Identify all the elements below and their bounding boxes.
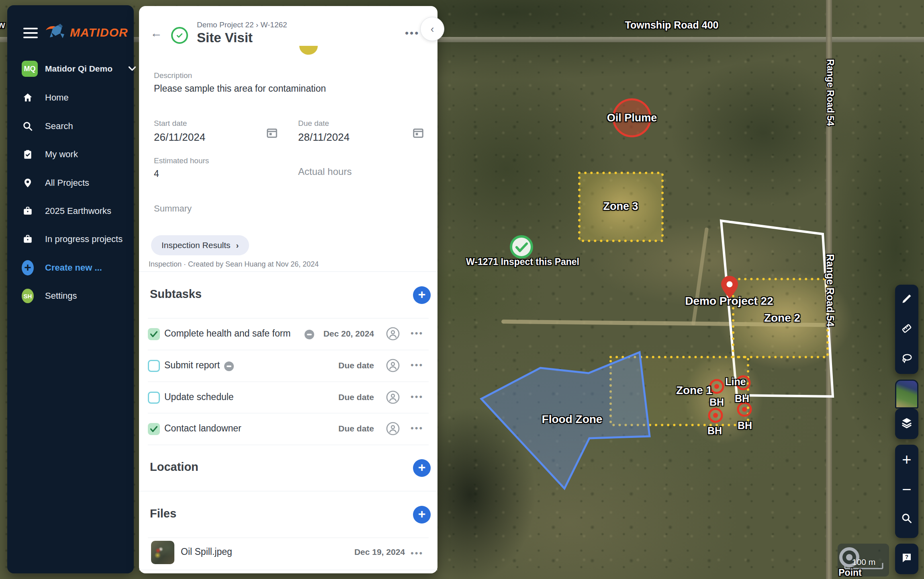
range-road-label: Range Road 54 — [824, 254, 836, 327]
chevron-right-icon: › — [236, 241, 239, 250]
file-more-button[interactable]: ••• — [411, 548, 423, 558]
actual-hours-label[interactable]: Actual hours — [298, 166, 352, 177]
logo-text: MATIDOR — [70, 26, 128, 39]
subtask-label: Update schedule — [164, 392, 234, 402]
layers-button[interactable] — [895, 409, 918, 438]
bh-label: BH — [738, 420, 752, 431]
subtask-more-button[interactable]: ••• — [411, 392, 423, 402]
plus-icon: + — [902, 451, 911, 469]
workspace-switcher[interactable]: MQ Matidor Qi Demo — [22, 61, 122, 77]
task-status-check-icon[interactable] — [171, 27, 188, 44]
files-heading: Files — [150, 507, 176, 520]
subtask-checkbox-checked[interactable] — [148, 423, 160, 435]
subtask-more-button[interactable]: ••• — [411, 423, 423, 433]
subtask-more-button[interactable]: ••• — [411, 360, 423, 370]
assignee-icon[interactable] — [386, 390, 400, 406]
zoom-out-button[interactable]: − — [895, 474, 918, 504]
zone2-label: Zone 2 — [764, 312, 800, 324]
sidebar-item-2025-earthworks[interactable]: 2025 Earthworks — [22, 202, 126, 220]
lasso-select-button[interactable] — [895, 344, 918, 374]
subtask-row[interactable]: Submit report Due date ••• — [139, 350, 437, 382]
sidebar-item-create-new[interactable]: + Create new ... — [22, 259, 126, 277]
add-location-button[interactable]: + — [413, 459, 431, 477]
bh-label: BH — [709, 396, 724, 408]
map-pin-icon — [22, 178, 34, 188]
sidebar-item-search[interactable]: Search — [22, 117, 126, 135]
due-date-value[interactable]: 28/11/2024 — [298, 131, 350, 144]
subtask-date[interactable]: Due date — [302, 424, 374, 433]
back-button[interactable]: ← — [150, 26, 162, 40]
subtask-label: Complete health and safe form — [164, 328, 291, 339]
map-search-button[interactable] — [895, 504, 918, 534]
description-value[interactable]: Please sample this area for contaminatio… — [154, 83, 326, 94]
sidebar-item-settings[interactable]: SH Settings — [22, 287, 126, 305]
calendar-icon[interactable] — [412, 127, 424, 140]
minus-icon: − — [902, 480, 911, 499]
draw-pencil-button[interactable] — [895, 285, 918, 314]
breadcrumb[interactable]: Demo Project 22 › W-1262 — [197, 21, 287, 29]
start-date-value[interactable]: 26/11/2024 — [154, 131, 205, 144]
search-icon — [22, 121, 34, 131]
zoom-in-button[interactable]: + — [895, 445, 918, 474]
sidebar-item-home[interactable]: Home — [22, 89, 126, 107]
add-subtask-button[interactable]: + — [413, 286, 431, 304]
estimated-hours-value[interactable]: 4 — [154, 168, 159, 179]
subtask-more-button[interactable]: ••• — [411, 328, 423, 339]
menu-button[interactable] — [23, 28, 38, 39]
lasso-icon — [901, 352, 913, 366]
bh-label: BH — [707, 425, 722, 437]
pencil-icon — [901, 293, 912, 306]
zone3-label: Zone 3 — [603, 200, 638, 213]
subtask-row[interactable]: Complete health and safe form Dec 20, 20… — [139, 318, 437, 350]
scale-label: 100 m — [852, 557, 875, 567]
sidebar-item-all-projects[interactable]: All Projects — [22, 174, 126, 192]
map-label-fragment: w — [0, 19, 5, 31]
page-title: Site Visit — [197, 30, 253, 45]
subtask-checkbox-unchecked[interactable] — [148, 392, 160, 404]
subtask-checkbox-checked[interactable] — [148, 328, 160, 340]
ruler-icon — [901, 322, 913, 336]
inspection-results-chip[interactable]: Inspection Results › — [151, 235, 249, 255]
calendar-icon[interactable] — [266, 127, 278, 140]
subtask-checkbox-unchecked[interactable] — [148, 360, 160, 372]
assignee-icon[interactable] — [386, 358, 400, 374]
flood-zone-label: Flood Zone — [542, 413, 603, 426]
created-by-line: Inspection · Created by Sean Huang at No… — [149, 260, 319, 269]
sidebar-item-label: Settings — [45, 291, 77, 301]
subtask-row[interactable]: Update schedule Due date ••• — [139, 382, 437, 413]
satellite-map[interactable] — [0, 0, 924, 579]
sidebar: MATIDOR MQ Matidor Qi Demo Home Search M… — [7, 5, 134, 573]
help-button[interactable]: ? — [895, 544, 918, 573]
file-name[interactable]: Oil Spill.jpeg — [181, 546, 232, 557]
add-file-button[interactable]: + — [413, 506, 431, 524]
oil-plume-label: Oil Plume — [607, 112, 657, 124]
svg-text:?: ? — [905, 554, 908, 560]
help-group: ? — [895, 544, 918, 574]
collapse-panel-button[interactable]: ‹ — [420, 17, 444, 41]
assignee-icon[interactable] — [386, 326, 400, 343]
app-logo[interactable]: MATIDOR — [44, 23, 128, 42]
sidebar-item-in-progress-projects[interactable]: In progress projects — [22, 230, 126, 248]
briefcase-icon — [22, 206, 34, 216]
sidebar-item-my-work[interactable]: My work — [22, 146, 126, 163]
subtask-row[interactable]: Contact landowner Due date ••• — [139, 413, 437, 445]
point-label: Point — [838, 567, 862, 578]
assignee-icon[interactable] — [386, 421, 400, 437]
subtask-date[interactable]: Dec 20, 2024 — [302, 329, 374, 339]
search-icon — [901, 513, 912, 526]
subtask-date[interactable]: Due date — [302, 361, 374, 370]
subtask-date[interactable]: Due date — [302, 392, 374, 402]
avatar: SH — [22, 289, 34, 303]
remove-circle-icon[interactable] — [224, 361, 234, 371]
description-label: Description — [154, 71, 192, 80]
more-options-button[interactable]: ••• — [405, 27, 419, 39]
subtask-label: Submit report — [164, 360, 220, 371]
basemap-preview-button[interactable] — [895, 380, 918, 409]
sidebar-item-label: Home — [45, 92, 69, 103]
file-date: Dec 19, 2024 — [333, 547, 405, 557]
measure-button[interactable] — [895, 314, 918, 344]
zoom-group: + − — [895, 445, 918, 538]
start-date-label: Start date — [154, 119, 187, 128]
file-thumbnail[interactable] — [151, 541, 174, 564]
bull-logo-icon — [44, 23, 67, 42]
